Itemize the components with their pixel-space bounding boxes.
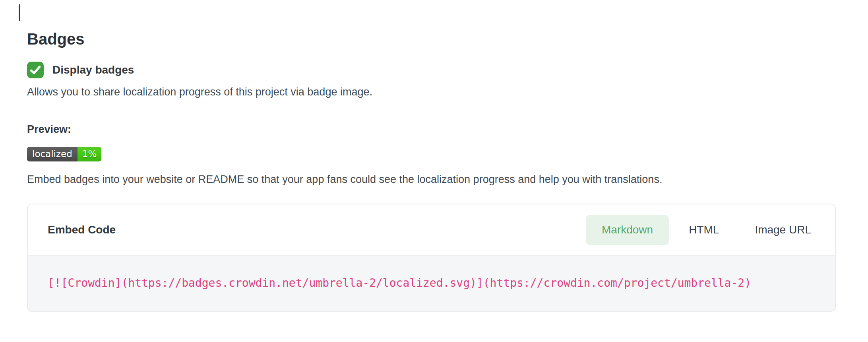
- preview-label: Preview:: [27, 122, 836, 136]
- badge-value: 1%: [78, 147, 102, 161]
- embed-card-header: Embed Code Markdown HTML Image URL: [28, 204, 835, 255]
- badges-settings-section: Badges Display badges Allows you to shar…: [0, 0, 868, 312]
- embed-code-snippet: [![Crowdin](https://badges.crowdin.net/u…: [48, 276, 751, 290]
- tab-markdown[interactable]: Markdown: [586, 215, 669, 245]
- tab-html[interactable]: HTML: [673, 215, 735, 245]
- tab-image-url[interactable]: Image URL: [739, 215, 827, 245]
- localization-badge: localized 1%: [27, 147, 101, 161]
- badge-label: localized: [27, 147, 78, 161]
- embed-format-tabs: Markdown HTML Image URL: [582, 215, 827, 245]
- page-title: Badges: [27, 29, 836, 49]
- display-badges-label[interactable]: Display badges: [52, 64, 134, 76]
- embed-hint-text: Embed badges into your website or README…: [27, 172, 836, 187]
- embed-code-area: [![Crowdin](https://badges.crowdin.net/u…: [28, 255, 835, 311]
- embed-code-card: Embed Code Markdown HTML Image URL [![Cr…: [27, 204, 836, 312]
- badges-description: Allows you to share localization progres…: [27, 85, 836, 99]
- checkmark-icon: [30, 66, 41, 74]
- display-badges-checkbox[interactable]: [27, 62, 44, 78]
- embed-card-title: Embed Code: [48, 223, 116, 236]
- display-badges-row[interactable]: Display badges: [27, 62, 836, 78]
